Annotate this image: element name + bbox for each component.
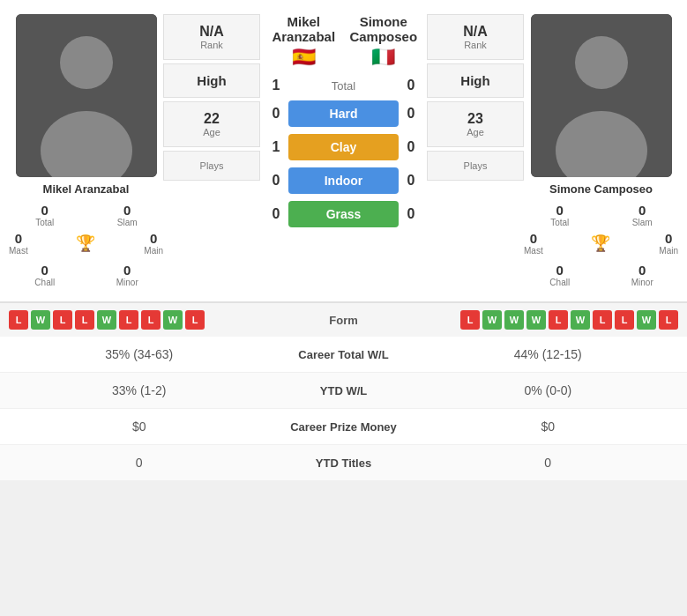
table-row: $0Career Prize Money$0 (0, 409, 687, 445)
form-badge-left: L (185, 310, 205, 330)
right-rank-box: N/A Rank (427, 14, 524, 60)
stats-center-label: YTD W/L (265, 384, 423, 397)
form-badge-right: L (549, 310, 568, 330)
form-badge-right: L (659, 310, 678, 330)
right-avatar (531, 14, 672, 177)
left-slam: 0 Slam (92, 203, 164, 227)
grass-surface-btn: Grass (288, 201, 399, 227)
center-section: Mikel Aranzabal Simone Camposeo 🇪🇸 🇮🇹 1 … (260, 14, 427, 287)
form-badges-right: LWWWLWLLWL (379, 310, 679, 330)
form-badge-left: W (31, 310, 50, 330)
total-score-row: 1 Total 0 (264, 78, 423, 93)
left-age-box: 22 Age (163, 101, 260, 147)
form-badge-left: L (53, 310, 72, 330)
left-main: 0 Main (144, 231, 163, 256)
svg-point-1 (60, 36, 113, 89)
form-badge-left: L (9, 310, 28, 330)
left-mast: 0 Mast (9, 231, 28, 256)
form-badge-right: W (504, 310, 524, 330)
right-main: 0 Main (659, 231, 678, 256)
right-plays-box: Plays (427, 151, 524, 181)
stats-right-val: 0% (0-0) (423, 383, 674, 397)
right-player-name: Simone Camposeo (549, 182, 653, 196)
players-section: Mikel Aranzabal 0 Total 0 Slam 0 Mast 🏆 (0, 0, 687, 302)
right-trophy-row: 0 Mast 🏆 0 Main (524, 231, 678, 256)
left-name-center: Mikel Aranzabal (264, 14, 344, 44)
right-mast: 0 Mast (524, 231, 543, 256)
left-stats-grid: 0 Total 0 Slam (9, 203, 163, 227)
hard-surface-btn: Hard (288, 100, 399, 127)
right-trophy-icon: 🏆 (591, 234, 610, 253)
right-name-center: Simone Camposeo (344, 14, 424, 44)
left-chall: 0 Chall (9, 263, 81, 287)
right-chall: 0 Chall (524, 263, 596, 287)
left-avatar (16, 14, 157, 177)
main-container: Mikel Aranzabal 0 Total 0 Slam 0 Mast 🏆 (0, 0, 687, 481)
form-section: LWLLWLLWL Form LWWWLWLLWL (0, 302, 687, 337)
indoor-score-row: 0 Indoor 0 (264, 167, 423, 194)
left-minor: 0 Minor (92, 263, 164, 287)
form-badge-right: W (526, 310, 546, 330)
form-badge-left: L (141, 310, 161, 330)
form-badges-left: LWLLWLLWL (9, 310, 309, 330)
stats-center-label: Career Prize Money (265, 420, 423, 434)
right-minor: 0 Minor (607, 263, 679, 287)
left-info-panel: N/A Rank High 22 Age Plays (163, 14, 260, 287)
hard-score-row: 0 Hard 0 (264, 100, 423, 127)
grass-score-row: 0 Grass 0 (264, 201, 423, 227)
form-badge-right: W (637, 310, 656, 330)
stats-center-label: Career Total W/L (265, 348, 423, 361)
left-plays-box: Plays (163, 151, 260, 181)
clay-surface-btn: Clay (288, 134, 399, 160)
right-slam: 0 Slam (607, 203, 679, 227)
svg-point-4 (575, 36, 628, 89)
left-rank-box: N/A Rank (163, 14, 260, 60)
right-high-box: High (427, 63, 524, 98)
stats-left-val: 33% (1-2) (14, 383, 265, 397)
right-flag: 🇮🇹 (344, 46, 424, 69)
left-total: 0 Total (9, 203, 81, 227)
indoor-surface-btn: Indoor (288, 167, 399, 194)
left-high-box: High (163, 63, 260, 98)
stats-table: 35% (34-63)Career Total W/L44% (12-15)33… (0, 337, 687, 481)
form-badge-left: L (75, 310, 94, 330)
form-badge-right: L (593, 310, 612, 330)
stats-center-label: YTD Titles (265, 456, 423, 470)
table-row: 35% (34-63)Career Total W/L44% (12-15) (0, 337, 687, 373)
table-row: 33% (1-2)YTD W/L0% (0-0) (0, 373, 687, 409)
player-left-card: Mikel Aranzabal 0 Total 0 Slam 0 Mast 🏆 (9, 14, 163, 287)
form-badge-left: W (163, 310, 183, 330)
left-trophy-row: 0 Mast 🏆 0 Main (9, 231, 163, 256)
clay-score-row: 1 Clay 0 (264, 134, 423, 160)
form-badge-right: W (571, 310, 590, 330)
table-row: 0YTD Titles0 (0, 445, 687, 481)
left-bottom-stats: 0 Chall 0 Minor (9, 263, 163, 287)
player-right-card: Simone Camposeo 0 Total 0 Slam 0 Mast 🏆 (524, 14, 678, 287)
right-bottom-stats: 0 Chall 0 Minor (524, 263, 678, 287)
left-trophy-icon: 🏆 (76, 234, 95, 253)
stats-right-val: 0 (423, 456, 674, 470)
form-badge-left: L (119, 310, 138, 330)
left-player-name: Mikel Aranzabal (43, 182, 130, 196)
right-stats-grid: 0 Total 0 Slam (524, 203, 678, 227)
stats-left-val: 35% (34-63) (14, 347, 265, 361)
left-flag: 🇪🇸 (264, 46, 344, 69)
stats-left-val: 0 (14, 456, 265, 470)
right-total: 0 Total (524, 203, 596, 227)
form-label: Form (309, 314, 379, 327)
stats-left-val: $0 (14, 419, 265, 434)
right-age-box: 23 Age (427, 101, 524, 147)
form-badge-right: L (460, 310, 480, 330)
form-badge-right: W (482, 310, 502, 330)
stats-right-val: 44% (12-15) (423, 347, 674, 361)
form-badge-left: W (97, 310, 116, 330)
stats-right-val: $0 (423, 419, 674, 434)
right-info-panel: N/A Rank High 23 Age Plays (427, 14, 524, 287)
form-badge-right: L (615, 310, 634, 330)
total-label: Total (288, 79, 399, 93)
